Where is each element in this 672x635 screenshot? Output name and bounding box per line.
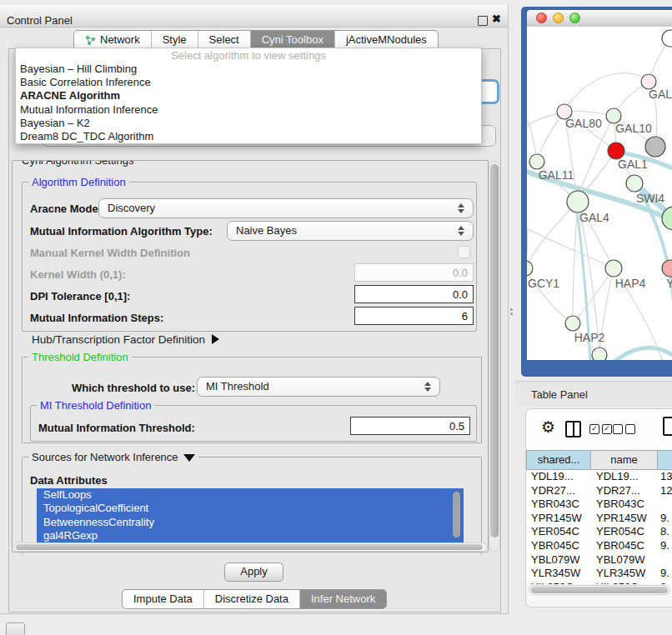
table-cell[interactable]: YIL052C [591, 581, 658, 584]
attribute-item[interactable]: SelfLoops [37, 488, 464, 502]
which-threshold-combobox[interactable]: MI Threshold [197, 377, 440, 397]
scrollbar-thumb[interactable] [490, 164, 499, 538]
table-row[interactable]: YPR145WYPR145W9. [526, 512, 672, 526]
network-node[interactable] [608, 142, 624, 159]
table-cell[interactable]: 13 [658, 470, 672, 484]
algorithm-option[interactable]: Mutual Information Inference [16, 103, 481, 117]
scrollbar-thumb[interactable] [453, 492, 460, 538]
scrollbar-thumb[interactable] [16, 544, 483, 550]
column-header[interactable]: name [591, 450, 658, 470]
zoom-window-icon[interactable] [569, 12, 580, 23]
table-row[interactable]: YBR045CYBR045C9. [526, 539, 672, 553]
table-row[interactable]: YDR27...YDR27...12 [526, 484, 672, 498]
table-cell[interactable]: YBR045C [526, 539, 591, 553]
gear-icon[interactable]: ⚙ [541, 418, 555, 437]
table-cell[interactable]: YBL079W [591, 553, 658, 568]
network-node[interactable] [662, 260, 672, 277]
table-cell[interactable]: YER054C [591, 525, 658, 539]
table-cell[interactable]: YDR27... [591, 484, 658, 498]
dpi-tolerance-input[interactable] [354, 285, 474, 303]
table-cell[interactable]: 9. [658, 567, 672, 581]
minimized-panel-icon[interactable] [6, 622, 25, 635]
close-window-icon[interactable] [536, 12, 547, 23]
table-row[interactable]: YDL19...YDL19...13 [526, 470, 672, 484]
settings-vertical-scrollbar[interactable] [489, 161, 500, 552]
mi-type-combobox[interactable]: Naive Bayes [227, 221, 474, 241]
table-cell[interactable]: YDR27... [526, 484, 591, 498]
aracne-mode-combobox[interactable]: Discovery [98, 198, 474, 218]
network-node[interactable] [565, 316, 580, 331]
export-table-icon[interactable] [663, 417, 672, 436]
mi-steps-input[interactable] [354, 307, 474, 325]
table-row[interactable]: YLR345WYLR345W9. [526, 567, 672, 581]
table-cell[interactable]: 12 [658, 484, 672, 498]
network-window-titlebar[interactable] [527, 10, 672, 27]
network-node[interactable] [605, 260, 622, 277]
table-cell[interactable]: YBR043C [591, 498, 658, 512]
table-cell[interactable]: YDL19... [526, 470, 591, 484]
table-cell[interactable]: 8. [658, 525, 672, 539]
tab-network[interactable]: Network [74, 31, 151, 49]
table-cell[interactable]: YPR145W [591, 512, 658, 526]
mi-threshold-input[interactable] [350, 417, 470, 435]
table-row[interactable]: YBL079WYBL079W [526, 553, 672, 568]
table-row[interactable]: YER054CYER054C8. [526, 525, 672, 539]
attribute-item[interactable]: TopologicalCoefficient [37, 502, 464, 515]
attribute-item[interactable]: BetweennessCentrality [37, 516, 464, 529]
manual-kernel-checkbox[interactable] [458, 246, 470, 258]
table-cell[interactable]: 9. [658, 539, 672, 553]
table-cell[interactable]: YBR043C [526, 498, 591, 512]
table-cell[interactable]: YLR345W [526, 567, 591, 581]
network-canvas[interactable]: GALGAL80GAL10GAL1GAL11SWI4GAL4GCY1HAP4YH… [527, 27, 672, 360]
network-node[interactable] [529, 154, 544, 169]
network-node[interactable] [645, 137, 665, 157]
table-cell[interactable]: YDL19... [591, 470, 658, 484]
tab-select[interactable]: Select [198, 31, 250, 49]
scrollbar-thumb[interactable] [531, 587, 668, 593]
table-cell[interactable] [658, 498, 672, 512]
tab-infer-network[interactable]: Infer Network [299, 590, 386, 608]
table-cell[interactable]: YER054C [526, 525, 591, 539]
network-node[interactable] [567, 191, 589, 212]
algorithm-option[interactable]: ARACNE Algorithm [16, 89, 481, 102]
sources-group-title[interactable]: Sources for Network Inference [28, 451, 198, 463]
table-horizontal-scrollbar[interactable] [529, 585, 670, 595]
float-panel-icon[interactable] [478, 16, 488, 26]
table-row[interactable]: YBR043CYBR043C [526, 498, 672, 512]
select-all-icon[interactable]: ✓✓ [589, 424, 612, 434]
algorithm-option[interactable]: Bayesian – Hill Climbing [16, 62, 481, 76]
hub-definition-expander[interactable]: Hub/Transcription Factor Definition [32, 333, 219, 346]
algorithm-option[interactable]: Basic Correlation Inference [16, 76, 481, 89]
table-cell[interactable]: 9. [658, 512, 672, 526]
network-node[interactable] [662, 30, 672, 47]
table-cell[interactable] [658, 553, 672, 568]
table-cell[interactable]: YBR045C [591, 539, 658, 553]
algorithm-option[interactable]: Dream8 DC_TDC Algorithm [16, 130, 481, 143]
deselect-all-icon[interactable] [613, 424, 635, 434]
close-panel-icon[interactable]: ✖ [492, 12, 501, 25]
algorithm-option[interactable]: Bayesian – K2 [16, 117, 481, 130]
table-cell[interactable]: YBL079W [526, 553, 591, 568]
tab-discretize-data[interactable]: Discretize Data [203, 590, 299, 608]
table-cell[interactable]: YPR145W [526, 512, 591, 526]
network-node[interactable] [592, 348, 607, 360]
kernel-width-input[interactable] [354, 263, 474, 282]
network-node[interactable] [626, 175, 643, 192]
attribute-item[interactable]: gal4RGexp [37, 529, 464, 542]
network-node[interactable] [527, 261, 533, 276]
table-cell[interactable]: YLR345W [591, 567, 658, 581]
column-header[interactable]: shared... [526, 450, 591, 470]
table-row[interactable]: YIL052CYIL052C9 [526, 581, 672, 584]
tab-cyni-toolbox[interactable]: Cyni Toolbox [250, 31, 334, 49]
tab-style[interactable]: Style [151, 31, 198, 49]
table-cell[interactable]: 9 [658, 581, 672, 584]
apply-button[interactable]: Apply [224, 562, 283, 582]
attributes-scrollbar[interactable] [452, 490, 461, 541]
settings-horizontal-scrollbar[interactable] [13, 542, 487, 552]
columns-icon[interactable] [565, 421, 581, 438]
panel-splitter-handle[interactable] [509, 307, 514, 317]
tab-jactivemnodules[interactable]: jActiveMNodules [334, 31, 438, 49]
table-cell[interactable]: YIL052C [526, 581, 591, 584]
tab-impute-data[interactable]: Impute Data [123, 590, 203, 608]
minimize-window-icon[interactable] [553, 12, 564, 23]
